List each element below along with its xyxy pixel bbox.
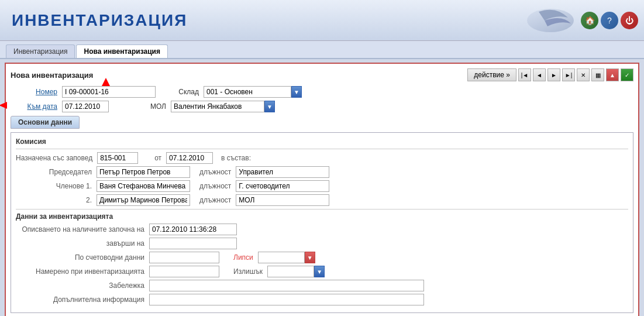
- date-label[interactable]: Към дата: [11, 102, 57, 111]
- shortages-select: ▼: [258, 252, 315, 263]
- mol-select-value[interactable]: Валентин Янкабаков: [171, 101, 264, 112]
- toolbar-last-btn[interactable]: ►|: [562, 68, 575, 81]
- warehouse-label: Склад: [170, 88, 199, 96]
- top-arrow-indicator: [102, 78, 110, 88]
- chairman-row: Председател длъжност: [16, 166, 628, 178]
- shortages-label: Липси: [233, 253, 253, 262]
- number-label[interactable]: Номер: [11, 88, 57, 96]
- toolbar-first-btn[interactable]: |◄: [518, 68, 531, 81]
- member1-role-label: длъжност: [199, 182, 231, 190]
- member1-row: Членове 1. длъжност: [16, 180, 628, 192]
- toolbar-prev-btn[interactable]: ◄: [533, 68, 546, 81]
- power-button[interactable]: ⏻: [621, 12, 638, 29]
- member1-input[interactable]: [97, 180, 190, 192]
- surplus-select-arrow[interactable]: ▼: [314, 266, 325, 277]
- member2-role-input[interactable]: [236, 194, 329, 206]
- tab-inventarizaciya[interactable]: Инвентаризация: [6, 44, 75, 58]
- tab-nova-inventarizaciya[interactable]: Нова инвентаризация: [76, 44, 167, 58]
- app-title: ИНВЕНТАРИЗАЦИЯ: [6, 11, 187, 30]
- order-label: Назначена със заповед: [16, 154, 92, 162]
- note-row: Забележка: [16, 280, 628, 291]
- date-mol-row: Към дата МОЛ Валентин Янкабаков ▼: [11, 101, 633, 112]
- member2-label: 2.: [16, 196, 92, 204]
- warehouse-select: 001 - Основен ▼: [204, 86, 302, 98]
- help-button[interactable]: ?: [601, 12, 618, 29]
- header-bird-decoration: [504, 3, 574, 38]
- chairman-input[interactable]: [97, 166, 190, 178]
- member2-role-label: длъжност: [199, 196, 231, 204]
- found-label: Намерено при инвентаризацията: [16, 267, 144, 276]
- tab-osnovni-danni[interactable]: Основни данни: [11, 116, 80, 129]
- chairman-label: Председател: [16, 168, 92, 176]
- warehouse-select-value[interactable]: 001 - Основен: [204, 86, 291, 98]
- warehouse-select-arrow[interactable]: ▼: [291, 86, 302, 98]
- chairman-role-label: длъжност: [199, 168, 231, 176]
- start-row: Описването на наличните започна на: [16, 224, 628, 235]
- surplus-select-value[interactable]: [267, 266, 314, 277]
- end-row: завърши на: [16, 238, 628, 249]
- toolbar-grid-btn[interactable]: ▦: [591, 68, 604, 81]
- accounting-shortages-row: По счетоводни данни Липси ▼: [16, 252, 628, 263]
- commission-order-row: Назначена със заповед от в състав:: [16, 152, 628, 164]
- surplus-select: ▼: [267, 266, 325, 277]
- found-input[interactable]: [149, 266, 219, 277]
- commission-title: Комисия: [16, 138, 628, 146]
- toolbar-confirm-btn[interactable]: ✓: [621, 68, 633, 81]
- from-label: от: [154, 154, 161, 162]
- toolbar-flag-btn[interactable]: ▲: [606, 68, 619, 81]
- additional-input[interactable]: [149, 294, 424, 305]
- member2-input[interactable]: [97, 194, 190, 206]
- accounting-label: По счетоводни данни: [16, 253, 144, 262]
- action-button[interactable]: действие »: [467, 68, 516, 81]
- divider-2: [16, 209, 628, 209]
- from-input[interactable]: [166, 152, 213, 164]
- shortages-select-value[interactable]: [258, 252, 305, 263]
- svg-marker-2: [0, 102, 7, 109]
- composition-label: в състав:: [221, 154, 251, 162]
- member2-row: 2. длъжност: [16, 194, 628, 206]
- number-input[interactable]: [62, 86, 156, 98]
- home-button[interactable]: 🏠: [581, 12, 598, 29]
- end-label: завърши на: [16, 239, 144, 248]
- surplus-label: Излишък: [233, 267, 263, 276]
- panel-toolbar: действие » |◄ ◄ ► ►| ✕ ▦ ▲ ✓: [467, 68, 633, 81]
- order-input[interactable]: [97, 152, 138, 164]
- note-input[interactable]: [149, 280, 424, 291]
- inner-tab-content: Комисия Назначена със заповед от в съста…: [11, 132, 633, 313]
- main-content: Нова инвентаризация действие » |◄ ◄ ► ►|…: [0, 59, 644, 316]
- divider-1: [16, 149, 628, 149]
- svg-marker-1: [102, 78, 110, 86]
- toolbar-next-btn[interactable]: ►: [547, 68, 560, 81]
- date-input[interactable]: [62, 101, 109, 112]
- mol-label: МОЛ: [137, 102, 166, 111]
- additional-label: Допълнителна информация: [16, 296, 144, 304]
- tabs-bar: Инвентаризация Нова инвентаризация: [0, 41, 644, 59]
- shortages-select-arrow[interactable]: ▼: [305, 252, 315, 263]
- accounting-input[interactable]: [149, 252, 219, 263]
- member1-role-input[interactable]: [236, 180, 329, 192]
- mol-select-arrow[interactable]: ▼: [264, 101, 275, 112]
- mol-select: Валентин Янкабаков ▼: [171, 101, 275, 112]
- header-right: 🏠 ? ⏻: [504, 3, 638, 38]
- start-label: Описването на наличните започна на: [16, 225, 144, 233]
- additional-row: Допълнителна информация: [16, 294, 628, 305]
- inventory-data-title: Данни за инвентаризацията: [16, 212, 628, 221]
- chairman-role-input[interactable]: [236, 166, 329, 178]
- found-surplus-row: Намерено при инвентаризацията Излишък ▼: [16, 266, 628, 277]
- form-panel: Нова инвентаризация действие » |◄ ◄ ► ►|…: [5, 63, 639, 316]
- side-arrow-indicator: [0, 102, 7, 111]
- toolbar-delete-btn[interactable]: ✕: [577, 68, 590, 81]
- inner-tabs: Основни данни: [11, 116, 633, 129]
- member1-label: Членове 1.: [16, 182, 92, 190]
- note-label: Забележка: [16, 281, 144, 290]
- number-warehouse-row: Номер Склад 001 - Основен ▼: [11, 86, 633, 98]
- header: ИНВЕНТАРИЗАЦИЯ 🏠 ? ⏻: [0, 0, 644, 41]
- end-input[interactable]: [149, 238, 237, 249]
- panel-title: Нова инвентаризация: [11, 71, 93, 80]
- start-input[interactable]: [149, 224, 237, 235]
